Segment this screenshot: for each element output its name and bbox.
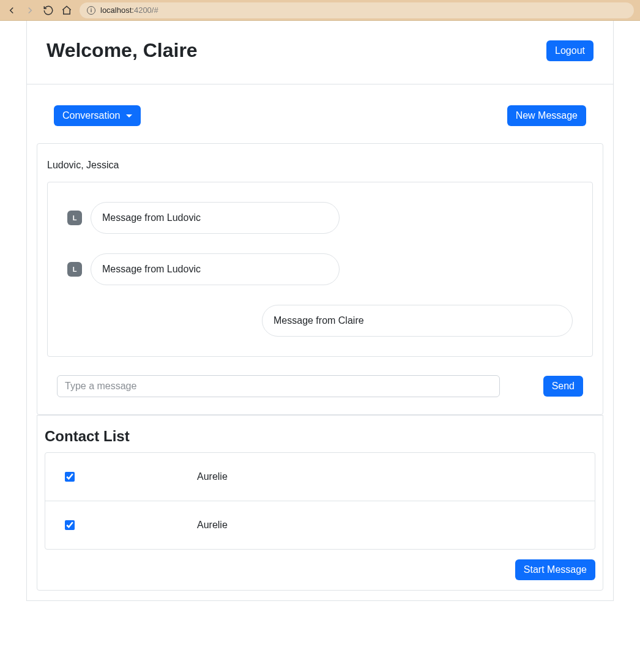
contact-list: Aurelie Aurelie — [45, 452, 595, 550]
logout-button[interactable]: Logout — [546, 40, 593, 61]
contact-name: Aurelie — [197, 520, 228, 531]
contact-list-title: Contact List — [45, 423, 595, 452]
url-rest: 4200/# — [134, 6, 158, 15]
header: Welcome, Claire Logout — [27, 21, 613, 84]
forward-icon — [24, 5, 35, 16]
message-bubble: Message from Ludovic — [91, 202, 340, 234]
avatar: L — [67, 262, 82, 277]
address-bar[interactable]: i localhost:4200/# — [80, 2, 634, 18]
message-bubble: Message from Ludovic — [91, 253, 340, 285]
new-message-button[interactable]: New Message — [507, 105, 586, 126]
avatar: L — [67, 211, 82, 225]
nav-arrows — [6, 5, 72, 16]
contact-name: Aurelie — [197, 471, 228, 482]
url-text: localhost:4200/# — [100, 6, 158, 15]
info-icon[interactable]: i — [87, 6, 95, 15]
messages-list: L Message from Ludovic L Message from Lu… — [47, 182, 593, 357]
contact-row: Aurelie — [45, 453, 595, 501]
start-message-button[interactable]: Start Message — [515, 559, 595, 580]
conversation-dropdown-label: Conversation — [62, 110, 120, 121]
conversation-dropdown[interactable]: Conversation — [54, 105, 141, 126]
contact-checkbox[interactable] — [65, 520, 75, 530]
participants-label: Ludovic, Jessica — [47, 154, 593, 182]
message-row: L Message from Ludovic — [67, 202, 573, 234]
message-row: Message from Claire — [67, 305, 573, 337]
browser-chrome: i localhost:4200/# — [0, 0, 640, 21]
message-row: L Message from Ludovic — [67, 253, 573, 285]
contact-row: Aurelie — [45, 501, 595, 549]
chevron-down-icon — [126, 114, 132, 118]
contact-checkbox[interactable] — [65, 472, 75, 482]
send-button[interactable]: Send — [543, 376, 583, 397]
conversation-panel: Ludovic, Jessica L Message from Ludovic … — [37, 143, 603, 415]
toolbar: Conversation New Message — [27, 84, 613, 133]
compose-row: Send — [47, 357, 593, 405]
message-bubble: Message from Claire — [262, 305, 573, 337]
home-icon[interactable] — [61, 5, 72, 16]
page-title: Welcome, Claire — [47, 39, 198, 62]
message-input[interactable] — [57, 375, 500, 397]
url-host: localhost: — [100, 6, 134, 15]
back-icon[interactable] — [6, 5, 17, 16]
contact-section: Contact List Aurelie Aurelie Start Messa… — [37, 415, 603, 591]
reload-icon[interactable] — [43, 5, 54, 16]
